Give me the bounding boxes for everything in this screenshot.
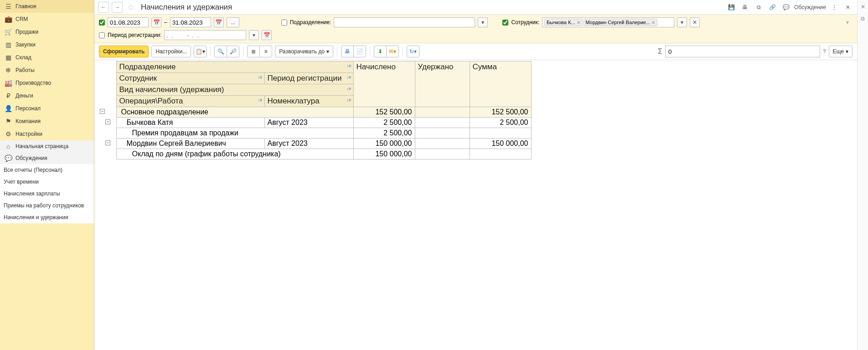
dept-checkbox[interactable] [281,20,287,26]
sigma-icon: Σ [658,47,662,56]
tree-toggle-icon[interactable]: − [100,109,105,114]
nav-crm[interactable]: 💼CRM [0,13,94,26]
regperiod-dropdown-icon[interactable]: ▾ [249,30,259,40]
dash-label: – [164,19,167,26]
col-period[interactable]: Период регистрации↓≡ [264,73,353,84]
nav-label: Производство [16,80,51,86]
settings-button[interactable]: Настройки... [151,46,191,57]
sub-all-reports[interactable]: Все отчеты (Персонал) [0,164,94,176]
col-accrued[interactable]: Начислено [353,62,415,107]
forward-button[interactable]: → [112,2,123,13]
tree-toggle-icon[interactable]: − [105,119,110,124]
nav-prod[interactable]: 🏭Производство [0,77,94,89]
regperiod-calendar-icon[interactable]: 📅 [262,30,272,40]
col-withheld[interactable]: Удержано [415,62,470,107]
date-to-input[interactable] [170,17,211,27]
regperiod-input[interactable] [164,30,246,40]
save-icon[interactable]: 💾 [726,2,737,13]
period-ellipsis-button[interactable]: ... [227,17,239,27]
find-next-button[interactable]: 🔎 [227,46,239,57]
calendar-to-icon[interactable]: 📅 [214,17,224,27]
calendar-from-icon[interactable]: 📅 [151,17,161,27]
emp-dropdown-icon[interactable]: ▾ [677,17,687,27]
page-title: Начисления и удержания [141,3,232,12]
report-area[interactable]: Подразделение↓≡ Начислено Удержано Сумма… [94,60,857,350]
help-icon[interactable]: ? [823,48,826,55]
report-table: Подразделение↓≡ Начислено Удержано Сумма… [100,61,532,160]
col-total[interactable]: Сумма [470,62,531,107]
save-file-button[interactable]: ⬇ [374,46,387,57]
nav-settings[interactable]: ⚙Настройки [0,128,94,140]
variants-button[interactable]: 📋▾ [194,46,207,57]
nav-label: Деньги [16,93,33,99]
rs-bookmark-icon[interactable]: ⧉ [859,15,867,23]
sub-hire[interactable]: Приемы на работу сотрудников [0,200,94,211]
cell: 2 500,00 [470,118,531,128]
sub-accruals[interactable]: Начисления и удержания [0,211,94,223]
generate-button[interactable]: Сформировать [99,46,149,57]
col-type[interactable]: Вид начисления (удержания)↓≡ [116,84,353,96]
nav-discuss[interactable]: 💬Обсуждения [0,152,94,164]
star-icon[interactable]: ☆ [125,2,136,13]
chip-close-icon[interactable]: ✕ [651,20,655,25]
kebab-icon[interactable]: ⋮ [829,2,840,13]
print-icon[interactable]: 🖶 [739,2,750,13]
sub-payroll[interactable]: Начисления зарплаты [0,188,94,200]
rs-close-icon[interactable]: ✕ [859,3,867,11]
dept-dropdown-icon[interactable]: ▾ [478,17,488,27]
nav-main[interactable]: ☰Главное [0,0,94,13]
expand-to-button[interactable]: Разворачивать до ▾ [275,46,333,57]
collapse-button[interactable]: ≣ [247,46,260,57]
period-checkbox[interactable] [99,20,105,26]
regperiod-checkbox[interactable] [99,32,105,38]
table-row[interactable]: − Бычкова Катя Август 2023 2 500,00 2 50… [100,118,531,128]
tree-toggle-icon[interactable]: − [105,140,110,145]
more-button[interactable]: Еще ▾ [829,46,852,57]
nav-money[interactable]: ₽Деньги [0,89,94,102]
print-button[interactable]: 🖶 [341,46,354,57]
nav-sales[interactable]: 🛒Продажи [0,26,94,38]
refresh-button[interactable]: ↻▾ [407,46,419,57]
dept-input[interactable] [334,17,475,27]
gear-icon: ⚙ [5,130,12,138]
expand-button[interactable]: ≡ [259,46,272,57]
table-row[interactable]: − Основное подразделение 152 500,00 152 … [100,107,531,118]
back-button[interactable]: ← [98,2,109,13]
col-op[interactable]: Операция\Работа↓≡ [116,96,264,107]
chip-close-icon[interactable]: ✕ [577,20,580,25]
emp-checkbox[interactable] [502,20,508,26]
table-row[interactable]: Оклад по дням (график работы сотрудника)… [100,149,531,160]
nav-purchase[interactable]: ▥Закупки [0,38,94,51]
col-emp[interactable]: Сотрудник↓≡ [116,73,264,84]
cell [415,128,470,139]
find-button[interactable]: 🔍 [214,46,227,57]
right-strip: ✕ ⧉ [857,0,868,350]
emp-input[interactable]: Бычкова К...✕ Мордвин Сергей Валерие...✕ [542,17,674,27]
discuss-label[interactable]: Обсуждение [794,4,826,10]
table-row[interactable]: Премия продавцам за продажи 2 500,00 [100,128,531,139]
nav-company[interactable]: ⚑Компания [0,115,94,128]
sort-icon: ↓≡ [346,75,351,80]
nav-staff[interactable]: 👤Персонал [0,102,94,115]
nav-home[interactable]: ⌂Начальная страница [0,140,94,152]
nav-label: Работы [16,67,35,73]
copy-icon[interactable]: ⧉ [753,2,764,13]
send-mail-button[interactable]: ✉▾ [386,46,399,57]
filter-funnel-icon[interactable]: ▾ [842,17,852,27]
sum-input[interactable] [665,46,820,57]
preview-button[interactable]: 📄 [353,46,366,57]
sub-time[interactable]: Учет времени [0,176,94,188]
nav-stock[interactable]: ▦Склад [0,51,94,64]
cell: Премия продавцам за продажи [116,128,353,139]
discuss-icon[interactable]: 💬 [780,2,791,13]
col-nom[interactable]: Номенклатура↓≡ [264,96,353,107]
cell: 150 000,00 [353,139,415,149]
date-from-input[interactable] [108,17,149,27]
emp-clear-icon[interactable]: ✕ [690,17,700,27]
col-dept[interactable]: Подразделение↓≡ [116,62,353,73]
close-icon[interactable]: ✕ [842,2,853,13]
regperiod-label: Период регистрации: [108,32,161,38]
nav-works[interactable]: ✻Работы [0,64,94,77]
link-icon[interactable]: 🔗 [767,2,778,13]
table-row[interactable]: − Мордвин Сергей Валериевич Август 2023 … [100,139,531,149]
